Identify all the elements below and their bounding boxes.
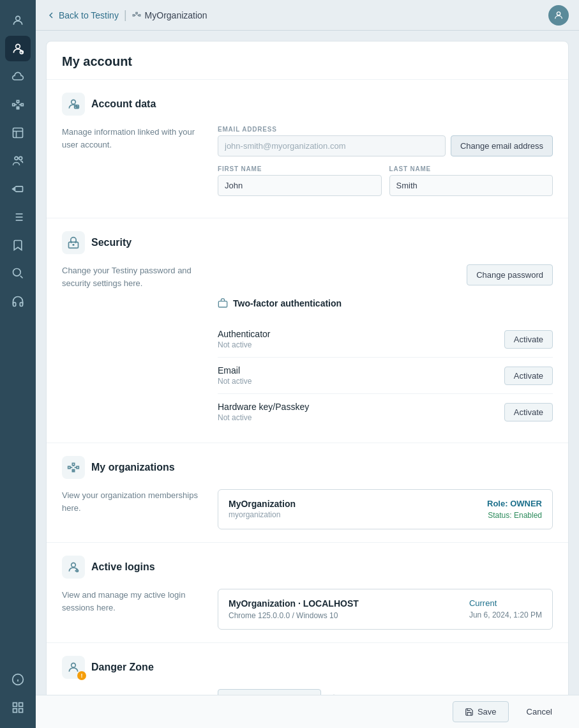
svg-point-13 bbox=[19, 156, 22, 160]
sidebar-icon-info[interactable] bbox=[5, 667, 31, 692]
svg-rect-46 bbox=[77, 466, 79, 468]
login-card-row: MyOrganization · LOCALHOST Chrome 125.0.… bbox=[229, 598, 542, 620]
sidebar-icon-tag[interactable] bbox=[5, 176, 31, 202]
org-card: MyOrganization myorganization Role: OWNE… bbox=[218, 489, 553, 529]
tfa-hardware-key-name: Hardware key/Passkey bbox=[218, 402, 309, 412]
logins-section-content: MyOrganization · LOCALHOST Chrome 125.0.… bbox=[218, 589, 553, 630]
tfa-authenticator-status: Not active bbox=[218, 340, 271, 349]
email-field-group: EMAIL ADDRESS Change email address bbox=[218, 126, 553, 156]
tfa-email-status: Not active bbox=[218, 377, 252, 386]
topbar-right bbox=[548, 5, 569, 26]
change-password-row: Change password bbox=[218, 264, 553, 285]
section-header-organizations: My organizations bbox=[62, 456, 553, 479]
account-section-body: Manage information linked with your user… bbox=[62, 126, 553, 205]
section-my-organizations: My organizations View your organization … bbox=[47, 443, 568, 543]
section-security: Security Change your Testiny password an… bbox=[47, 218, 568, 443]
email-input[interactable] bbox=[218, 135, 446, 156]
svg-point-35 bbox=[71, 100, 76, 104]
svg-rect-4 bbox=[17, 100, 19, 102]
sidebar-icon-user[interactable] bbox=[5, 8, 31, 33]
danger-section-title: Danger Zone bbox=[91, 662, 154, 673]
sidebar-icon-search[interactable] bbox=[5, 261, 31, 286]
sidebar-icon-account[interactable] bbox=[5, 36, 31, 61]
content: My account Account data Manage informati… bbox=[36, 31, 579, 695]
topbar-divider: | bbox=[124, 8, 127, 22]
sidebar-icon-users[interactable] bbox=[5, 148, 31, 174]
svg-rect-45 bbox=[72, 463, 74, 465]
sidebar-icon-bookmark[interactable] bbox=[5, 232, 31, 258]
section-account-data: Account data Manage information linked w… bbox=[47, 80, 568, 218]
account-section-content: EMAIL ADDRESS Change email address FIRST… bbox=[218, 126, 553, 205]
login-current-badge: Current bbox=[469, 598, 542, 608]
organizations-section-desc: View your organization memberships here. bbox=[62, 489, 202, 529]
svg-point-52 bbox=[71, 563, 76, 567]
back-link[interactable]: Back to Testiny bbox=[46, 10, 119, 20]
activate-authenticator-button[interactable]: Activate bbox=[504, 330, 553, 349]
user-avatar-button[interactable] bbox=[548, 5, 569, 26]
tfa-item-hardware-key: Hardware key/Passkey Not active Activate bbox=[218, 394, 553, 430]
topbar-org: MyOrganization bbox=[132, 10, 207, 20]
login-session-date: Jun 6, 2024, 1:20 PM bbox=[469, 610, 542, 619]
change-email-button[interactable]: Change email address bbox=[451, 135, 553, 156]
svg-rect-27 bbox=[19, 709, 23, 713]
svg-point-12 bbox=[15, 156, 18, 160]
security-section-desc: Change your Testiny password and securit… bbox=[62, 264, 202, 430]
org-card-role: Role: OWNER bbox=[487, 499, 542, 508]
sidebar bbox=[0, 0, 36, 728]
sidebar-icon-headset[interactable] bbox=[5, 289, 31, 314]
logins-section-desc: View and manage my active login sessions… bbox=[62, 589, 202, 630]
email-label: EMAIL ADDRESS bbox=[218, 126, 553, 133]
login-session-name: MyOrganization · LOCALHOST bbox=[229, 598, 359, 609]
first-name-label: FIRST NAME bbox=[218, 165, 382, 172]
svg-rect-25 bbox=[19, 703, 23, 707]
name-fields-row: FIRST NAME LAST NAME bbox=[218, 165, 553, 205]
section-active-logins: Active logins View and manage my active … bbox=[47, 543, 568, 643]
svg-rect-28 bbox=[133, 14, 134, 15]
sidebar-icon-list[interactable] bbox=[5, 204, 31, 230]
svg-point-1 bbox=[16, 44, 20, 49]
activate-email-button[interactable]: Activate bbox=[504, 367, 553, 385]
svg-rect-44 bbox=[68, 466, 70, 468]
svg-rect-3 bbox=[13, 103, 15, 105]
org-card-status: Status: Enabled bbox=[487, 511, 542, 520]
account-section-title: Account data bbox=[91, 98, 156, 110]
logins-section-body: View and manage my active login sessions… bbox=[62, 589, 553, 630]
last-name-input[interactable] bbox=[389, 175, 553, 196]
svg-rect-26 bbox=[13, 709, 17, 713]
change-password-button[interactable]: Change password bbox=[467, 264, 553, 285]
login-card: MyOrganization · LOCALHOST Chrome 125.0.… bbox=[218, 589, 553, 630]
org-card-row: MyOrganization myorganization Role: OWNE… bbox=[229, 499, 542, 520]
save-button[interactable]: Save bbox=[453, 701, 509, 722]
login-session-detail: Chrome 125.0.0.0 / Windows 10 bbox=[229, 611, 359, 620]
sidebar-icon-network[interactable] bbox=[5, 92, 31, 118]
sidebar-icon-inbox[interactable] bbox=[5, 120, 31, 146]
sidebar-icon-cloud[interactable] bbox=[5, 64, 31, 89]
cancel-button[interactable]: Cancel bbox=[515, 702, 564, 722]
svg-rect-24 bbox=[13, 703, 17, 707]
first-name-field-group: FIRST NAME bbox=[218, 165, 382, 196]
delete-user-account-button[interactable]: Delete user account (!) bbox=[218, 689, 321, 695]
activate-hardware-key-button[interactable]: Activate bbox=[504, 403, 553, 421]
sidebar-icon-settings[interactable] bbox=[5, 695, 31, 720]
security-section-body: Change your Testiny password and securit… bbox=[62, 264, 553, 430]
svg-rect-11 bbox=[13, 128, 23, 138]
main-area: Back to Testiny | MyOrganization My acco… bbox=[36, 0, 579, 728]
account-section-desc: Manage information linked with your user… bbox=[62, 126, 202, 205]
section-header-danger: ! Danger Zone bbox=[62, 656, 553, 679]
page-title: My account bbox=[47, 42, 568, 80]
organizations-section-content: MyOrganization myorganization Role: OWNE… bbox=[218, 489, 553, 529]
tfa-item-authenticator: Authenticator Not active Activate bbox=[218, 321, 553, 358]
page-card: My account Account data Manage informati… bbox=[46, 41, 569, 695]
section-danger-zone: ! Danger Zone Actions with serious impac… bbox=[47, 643, 568, 695]
tfa-item-email: Email Not active Activate bbox=[218, 358, 553, 394]
svg-point-34 bbox=[557, 11, 560, 15]
tfa-section: Two-factor authentication Authenticator … bbox=[218, 298, 553, 430]
first-name-input[interactable] bbox=[218, 175, 382, 196]
section-header-logins: Active logins bbox=[62, 556, 553, 579]
tfa-email-name: Email bbox=[218, 365, 252, 375]
svg-point-42 bbox=[73, 245, 74, 246]
last-name-field-group: LAST NAME bbox=[389, 165, 553, 196]
section-header-security: Security bbox=[62, 231, 553, 254]
svg-rect-29 bbox=[135, 12, 137, 13]
org-card-slug: myorganization bbox=[229, 510, 296, 519]
